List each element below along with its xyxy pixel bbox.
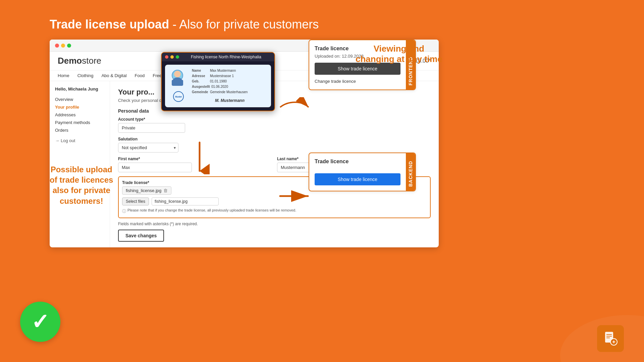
popup-dot-yellow [170,55,174,59]
file-select-row: Select files fishing_license.jpg [122,197,427,205]
warning-message: Please note that if you change the trade… [127,208,296,212]
logout-label: Log out [61,138,75,143]
issue-field: Ausgestellt 01.06.2020 [192,84,268,89]
logout-button[interactable]: → Log out [55,138,104,143]
backend-show-button[interactable]: Show trade licence [315,173,400,185]
svg-point-1 [174,71,181,77]
backend-label: BACKEND [406,153,415,191]
dot-green [67,44,71,48]
nav-home[interactable]: Home [58,73,69,78]
sidebar-item-profile[interactable]: Your profile [55,103,104,111]
select-files-button[interactable]: Select files [122,197,149,205]
sidebar-item-overview[interactable]: Overview [55,96,104,103]
address-field: Adresse Musterstrasse 1 [192,73,268,79]
plugin-icon-button[interactable] [597,325,624,352]
logo-regular: store [82,56,101,66]
store-logo: Demostore [58,56,101,66]
salutation-label: Salutation [118,137,431,141]
dob-field: Geb. 01.01.1980 [192,79,268,84]
annotation-upload: Possible upload of trade licences also f… [50,164,113,206]
first-name-input[interactable] [118,163,192,172]
header-bold: Trade license upload [50,17,169,31]
backend-panel-title: Trade licence [315,159,400,165]
show-trade-licence-button[interactable]: Show trade licence [315,63,400,75]
salutation-wrapper: Not specified Mr. Ms. Diverse [118,143,178,153]
plugin-svg [603,331,618,346]
logo-bold: Demo [58,56,82,66]
account-type-input[interactable] [118,123,185,133]
nav-clothing[interactable]: Clothing [77,73,94,78]
backend-panel: Trade licence Show trade licence BACKEND [309,153,416,191]
license-avatar: Muster [168,68,189,104]
file-tag: fishing_license.jpg 🗑 [122,186,171,195]
dot-yellow [61,44,65,48]
logout-icon: → [55,138,59,143]
file-tag-name: fishing_license.jpg [126,188,161,193]
arrow-popup-to-frontend [278,97,312,117]
backend-content: Trade licence Show trade licence [309,153,406,191]
selected-file-display: fishing_license.jpg [152,197,219,205]
login-data-title: Login data [118,247,431,247]
stamp: Muster [173,91,184,102]
salutation-field: Salutation Not specified Mr. Ms. Diverse [118,137,431,153]
salutation-select[interactable]: Not specified Mr. Ms. Diverse [118,143,178,153]
arrow-to-backend [278,189,312,203]
name-field: Name Max Mustermann [192,68,268,73]
license-card: Muster Name Max Mustermann Adresse Muste… [165,65,271,107]
green-checkmark: ✓ [20,302,60,342]
municipality-field: Gemeinde Gemeinde Musterhausen [192,89,268,95]
popup-topbar: Fishing license North Rhine-Westphalia [162,53,274,61]
save-changes-button[interactable]: Save changes [118,230,164,242]
popup-dot-green [176,55,179,59]
popup-dot-red [165,55,168,59]
svg-rect-3 [172,80,183,86]
browser-dots [55,44,71,48]
account-type-label: Account type* [118,117,431,122]
backend-panel-inner: Trade licence Show trade licence BACKEND [309,153,415,191]
arrow-down-to-tl [190,141,210,174]
nav-food[interactable]: Food [135,73,145,78]
sidebar-item-orders[interactable]: Orders [55,126,104,134]
warning-icon: ⓘ [122,208,126,214]
annotation-viewing: Viewing and changing at any time [356,44,442,64]
popup-title: Fishing license North Rhine-Westphalia [181,55,271,59]
license-popup: Fishing license North Rhine-Westphalia M… [161,52,275,111]
page-header: Trade license upload - Also for private … [50,17,319,32]
warning-text: ⓘ Please note that if you change the tra… [122,208,427,214]
account-type-field: Account type* [118,117,431,133]
change-trade-licence-link[interactable]: Change trade licence [315,79,356,84]
delete-file-icon[interactable]: 🗑 [163,188,168,193]
bottom-curve-decoration [543,295,644,362]
header-regular: - Also for private customers [169,17,319,31]
sidebar-item-payment[interactable]: Payment methods [55,119,104,126]
nav-abo[interactable]: Abo & Digital [101,73,126,78]
license-info: Name Max Mustermann Adresse Musterstrass… [192,68,268,104]
avatar-svg [168,68,187,90]
sidebar-greeting: Hello, Michaela Jung [55,86,104,92]
dot-red [55,44,59,48]
checkmark-icon: ✓ [31,309,49,334]
sidebar-item-addresses[interactable]: Addresses [55,111,104,119]
license-signature: M. Mustermann [192,98,268,104]
required-note: Fields marked with asterisks (*) are req… [118,222,431,226]
